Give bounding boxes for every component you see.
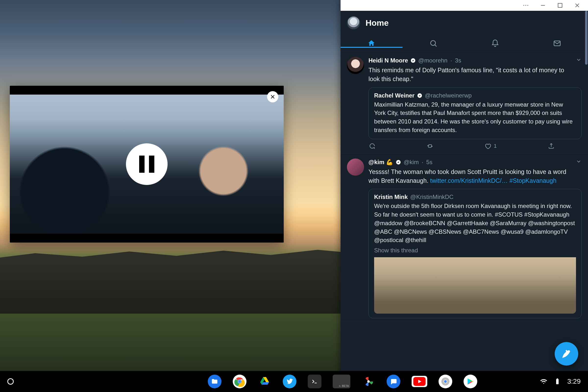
pip-close-button[interactable] [267, 91, 278, 102]
terminal-icon [311, 378, 318, 385]
share-icon [548, 142, 555, 150]
quote-author-handle: @KristinMinkDC [410, 194, 453, 200]
quote-image[interactable] [374, 257, 576, 314]
reply-button[interactable] [368, 142, 375, 150]
battery-icon [554, 378, 561, 385]
launcher-button[interactable] [7, 378, 14, 385]
envelope-icon [553, 39, 561, 48]
twitter-header: Home [340, 11, 588, 35]
svg-rect-4 [558, 4, 562, 7]
app-youtube[interactable] [412, 376, 427, 387]
tweet[interactable]: Heidi N Moore @moorehn 3s This reminds m… [340, 52, 588, 154]
home-icon [367, 39, 376, 48]
twitter-icon [286, 378, 293, 385]
clock: 3:29 [568, 378, 581, 386]
app-photos[interactable] [362, 374, 375, 388]
play-icon [466, 377, 474, 386]
app-files[interactable] [208, 374, 222, 388]
search-icon [429, 39, 438, 48]
svg-point-2 [527, 5, 528, 6]
quoted-tweet[interactable]: Kristin Mink @KristinMinkDC We're outsid… [368, 189, 582, 318]
retweet-icon [426, 142, 434, 150]
tab-search[interactable] [402, 39, 464, 48]
like-button[interactable]: 1 [484, 142, 496, 150]
app-chrome[interactable] [233, 374, 246, 388]
heart-icon [484, 142, 491, 150]
tweet-text: Yessss! The woman who took down Scott Pr… [368, 167, 570, 185]
quote-author-handle: @rachelweinerwp [425, 92, 472, 99]
pause-icon [139, 156, 154, 173]
tweet-actions: 1 [368, 142, 555, 150]
tweet-menu-button[interactable] [576, 158, 582, 166]
pip-pause-button[interactable] [126, 143, 168, 185]
app-twitter[interactable] [283, 374, 296, 388]
compose-tweet-button[interactable] [555, 342, 578, 366]
photos-icon [362, 376, 374, 387]
window-titlebar [340, 0, 588, 11]
svg-point-5 [430, 40, 435, 45]
messages-icon [390, 378, 397, 385]
tweet[interactable]: @kim 💪 @kim 5s Yessss! The woman who too… [340, 154, 588, 321]
chrome-icon [234, 376, 245, 387]
taskbar-apps: >- BETA [208, 374, 477, 388]
folder-icon [211, 378, 218, 385]
tweet-author-name: @kim 💪 [368, 159, 393, 166]
quote-author-name: Rachel Weiner [374, 92, 414, 99]
close-icon [270, 94, 276, 100]
window-minimize-button[interactable] [540, 2, 546, 9]
app-chrome-canary[interactable] [438, 374, 452, 388]
verified-icon [417, 93, 422, 98]
drive-icon [259, 376, 270, 387]
like-count: 1 [494, 143, 496, 149]
minimize-icon [540, 2, 546, 9]
quoted-tweet[interactable]: Rachel Weiner @rachelweinerwp Maximillia… [368, 88, 582, 139]
window-close-button[interactable] [574, 2, 581, 9]
profile-avatar[interactable] [347, 16, 360, 30]
tweet-time: 3s [455, 57, 461, 64]
feather-icon [561, 349, 572, 359]
app-messages[interactable] [386, 374, 400, 388]
tweet-author-name: Heidi N Moore [368, 57, 408, 64]
verified-icon [410, 58, 416, 63]
reply-icon [368, 142, 375, 150]
tweet-link[interactable]: twitter.com/KristinMinkDC/… [430, 177, 508, 184]
tab-home[interactable] [340, 39, 402, 48]
twitter-feed[interactable]: Heidi N Moore @moorehn 3s This reminds m… [340, 52, 588, 377]
tweet-text: This reminds me of Dolly Patton's famous… [368, 66, 570, 84]
tab-notifications[interactable] [464, 39, 526, 48]
show-thread-link[interactable]: Show this thread [374, 247, 576, 254]
window-menu-button[interactable] [522, 2, 529, 9]
beta-label: >- BETA [339, 384, 349, 387]
twitter-window: Home Heidi N Mo [340, 0, 588, 377]
tweet-avatar[interactable] [347, 57, 364, 74]
app-terminal[interactable] [308, 374, 322, 388]
quote-text: We're outside the 5th floor Dirksen room… [374, 202, 576, 244]
app-drive[interactable] [258, 374, 272, 388]
tweet-hashtag[interactable]: #StopKavanaugh [509, 177, 556, 184]
svg-point-0 [523, 5, 524, 6]
svg-rect-20 [557, 378, 558, 379]
svg-point-18 [444, 380, 447, 383]
share-button[interactable] [548, 142, 555, 150]
verified-icon [396, 160, 401, 165]
window-maximize-button[interactable] [557, 2, 564, 9]
status-tray[interactable]: 3:29 [540, 378, 581, 386]
scrollbar-thumb[interactable] [585, 11, 588, 65]
taskbar: >- BETA 3:29 [0, 371, 588, 392]
chevron-down-icon [576, 57, 582, 63]
tab-messages[interactable] [526, 39, 588, 48]
retweet-button[interactable] [426, 142, 434, 150]
app-play-store[interactable] [464, 374, 477, 388]
chevron-down-icon [576, 158, 582, 164]
app-beta[interactable]: >- BETA [333, 374, 350, 388]
close-icon [574, 2, 581, 9]
pip-video-window[interactable] [10, 86, 284, 242]
tweet-time: 5s [426, 159, 432, 166]
tweet-avatar[interactable] [347, 158, 364, 176]
youtube-icon [413, 377, 426, 386]
svg-rect-3 [541, 5, 545, 6]
chrome-icon [440, 376, 451, 387]
svg-point-1 [525, 5, 526, 6]
tweet-menu-button[interactable] [576, 57, 582, 64]
quote-text: Maximillian Katzman, 29, the manager of … [374, 100, 576, 134]
